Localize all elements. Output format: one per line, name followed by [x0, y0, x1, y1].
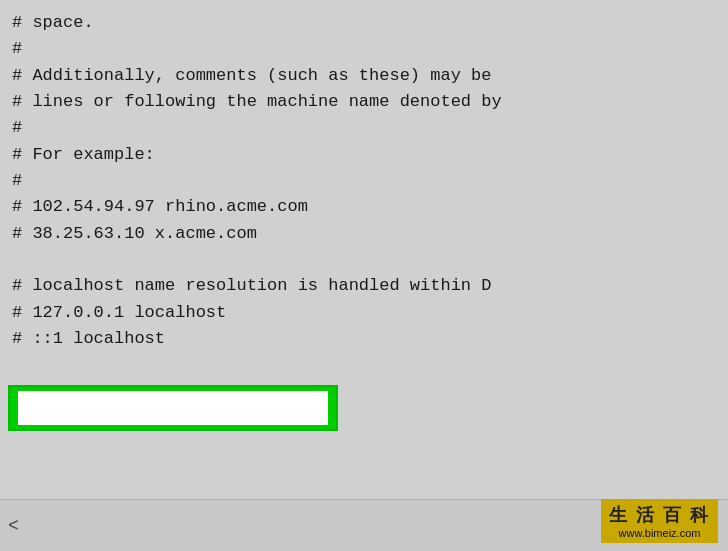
main-container: # space. # # Additionally, comments (suc… — [0, 0, 728, 551]
bottom-bar: < 生 活 百 科 www.bimeiz.com — [0, 499, 728, 551]
code-line-11: # localhost name resolution is handled w… — [12, 273, 716, 299]
code-line-5: # — [12, 115, 716, 141]
code-line-3: # Additionally, comments (such as these)… — [12, 63, 716, 89]
watermark-title: 生 活 百 科 — [609, 503, 710, 527]
code-line-7: # — [12, 168, 716, 194]
watermark-url: www.bimeiz.com — [619, 527, 701, 539]
code-line-8: # 102.54.94.97 rhino.acme.com — [12, 194, 716, 220]
code-area: # space. # # Additionally, comments (suc… — [0, 0, 728, 499]
code-line-1: # space. — [12, 10, 716, 36]
highlight-input-box[interactable] — [8, 385, 338, 431]
code-line-2: # — [12, 36, 716, 62]
code-line-10 — [12, 247, 716, 273]
code-line-4: # lines or following the machine name de… — [12, 89, 716, 115]
scroll-left-icon[interactable]: < — [8, 516, 19, 536]
watermark: 生 活 百 科 www.bimeiz.com — [601, 499, 718, 543]
code-line-9: # 38.25.63.10 x.acme.com — [12, 221, 716, 247]
code-line-6: # For example: — [12, 142, 716, 168]
code-line-12: # 127.0.0.1 localhost — [12, 300, 716, 326]
code-line-13: # ::1 localhost — [12, 326, 716, 352]
search-input[interactable] — [18, 391, 328, 425]
